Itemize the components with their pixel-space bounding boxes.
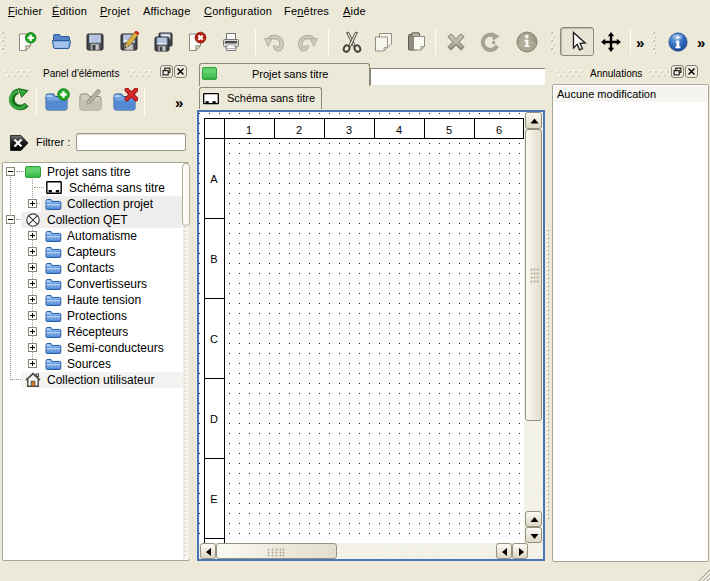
svg-text:D: D xyxy=(210,413,218,425)
svg-text:3: 3 xyxy=(346,124,352,136)
svg-text:1: 1 xyxy=(246,124,252,136)
svg-text:2: 2 xyxy=(296,124,302,136)
svg-text:5: 5 xyxy=(446,124,452,136)
svg-text:C: C xyxy=(210,333,218,345)
svg-text:B: B xyxy=(210,253,217,265)
svg-text:E: E xyxy=(210,493,217,505)
svg-text:A: A xyxy=(210,173,218,185)
svg-text:4: 4 xyxy=(396,124,402,136)
svg-text:6: 6 xyxy=(496,124,502,136)
